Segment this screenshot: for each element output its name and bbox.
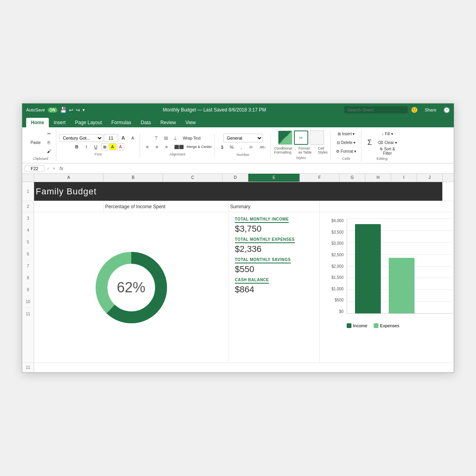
align-left-button[interactable]: ≡ <box>143 143 152 151</box>
row-num-11: 11 <box>26 308 30 320</box>
excel-window: AutoSave ON 💾 ↩ ↪ ▾ Monthly Budget — Las… <box>22 103 454 373</box>
donut-percentage: 62% <box>117 279 145 296</box>
title-cell[interactable]: Family Budget <box>34 182 443 201</box>
number-format-dropdown[interactable]: General <box>223 134 263 142</box>
cell-c2[interactable]: Percentage of Income Spent <box>104 201 228 212</box>
insert-button[interactable]: ⊞ Insert ▾ <box>334 130 359 138</box>
col-header-e[interactable]: E <box>248 174 300 182</box>
cell-b2[interactable] <box>34 201 104 212</box>
border-color-button[interactable]: ⊞ <box>101 143 108 150</box>
increase-decimal-button[interactable]: .0↑ <box>246 143 256 151</box>
tab-review[interactable]: Review <box>155 118 180 127</box>
cell-11-empty[interactable] <box>34 363 454 372</box>
expenses-dot <box>374 323 378 328</box>
total-savings-value: $550 <box>235 264 291 274</box>
column-headers: A B C D E F G H I J <box>22 174 454 182</box>
formula-input[interactable] <box>66 166 451 171</box>
cell-reference-input[interactable] <box>25 165 44 172</box>
sum-button[interactable]: Σ <box>365 133 374 152</box>
col-header-h[interactable]: H <box>365 174 391 182</box>
tab-data[interactable]: Data <box>136 118 155 127</box>
shrink-font-button[interactable]: A <box>129 134 137 142</box>
col-header-f[interactable]: F <box>300 174 340 182</box>
income-bar[interactable] <box>355 224 381 313</box>
align-top-button[interactable]: ⊤ <box>152 134 161 142</box>
ribbon-group-alignment: ⊤ ⊟ ⊥ Wrap Text ≡ ≡ ≡ ⬛⬛ Merge & Center … <box>141 133 215 157</box>
copy-button[interactable]: ⎘ <box>44 138 54 146</box>
tab-view[interactable]: View <box>180 118 200 127</box>
percent-button[interactable]: % <box>227 143 236 151</box>
ribbon-group-clipboard: Paste ✂ ⎘ 🖌 Clipboard <box>25 129 56 161</box>
align-bottom-button[interactable]: ⊥ <box>171 134 180 142</box>
font-size-input[interactable] <box>104 134 118 142</box>
align-row2: ≡ ≡ ≡ ⬛⬛ Merge & Center <box>143 143 212 151</box>
clear-button[interactable]: ⌫ Clear ▾ <box>375 138 399 146</box>
paste-button[interactable]: Paste <box>28 133 44 152</box>
dollar-button[interactable]: $ <box>218 143 226 151</box>
format-painter-button[interactable]: 🖌 <box>44 147 54 155</box>
income-spent-label: Percentage of Income Spent <box>105 204 165 209</box>
cash-balance-summary: CASH BALANCE $864 <box>235 278 269 295</box>
col-header-g[interactable]: G <box>340 174 365 182</box>
y-label-1500: $1,500 <box>331 275 344 280</box>
col-header-j[interactable]: J <box>417 174 443 182</box>
undo-icon[interactable]: ↩ <box>69 107 73 113</box>
wrap-text-button[interactable]: Wrap Text <box>180 134 203 142</box>
history-icon[interactable]: 🕐 <box>443 107 450 113</box>
sort-filter-button[interactable]: ⇅ Sort &Filter <box>375 147 399 155</box>
comma-button[interactable]: , <box>237 143 246 151</box>
spreadsheet-title: Family Budget <box>36 186 97 197</box>
grow-font-button[interactable]: A <box>119 134 128 142</box>
y-label-0: $0 <box>339 309 344 314</box>
share-button[interactable]: Share <box>421 106 440 113</box>
underline-button[interactable]: U <box>92 143 100 151</box>
col-header-b[interactable]: B <box>104 174 163 182</box>
editing-label: Editing <box>376 157 388 161</box>
col-header-a[interactable]: A <box>34 174 104 182</box>
ribbon-group-styles: ≡≡ ConditionalFormatting Formatas Table … <box>272 130 330 161</box>
autofill-button[interactable]: ↓ Fill ▾ <box>375 130 399 138</box>
tab-home[interactable]: Home <box>26 118 49 127</box>
autosave-toggle[interactable]: ON <box>48 107 58 113</box>
col-header-i[interactable]: I <box>391 174 417 182</box>
delete-button[interactable]: ⊟ Delete ▾ <box>334 138 359 146</box>
ribbon-tabs: Home Insert Page Layout Formulas Data Re… <box>22 116 454 127</box>
summary-heading: Summary <box>230 204 250 209</box>
align-middle-button[interactable]: ⊟ <box>161 134 170 142</box>
tab-formulas[interactable]: Formulas <box>107 118 136 127</box>
y-label-1000: $1,000 <box>331 287 344 291</box>
align-right-button[interactable]: ≡ <box>162 143 171 151</box>
tab-insert[interactable]: Insert <box>49 118 70 127</box>
formula-cancel[interactable]: ✕ <box>52 167 56 171</box>
cell-f2[interactable]: Summary <box>228 201 320 212</box>
search-input[interactable] <box>344 106 408 113</box>
row-num-3: 3 <box>27 213 29 225</box>
align-center-button[interactable]: ≡ <box>153 143 161 151</box>
ribbon-group-editing: Σ ↓ Fill ▾ ⌫ Clear ▾ ⇅ Sort &Filter Edit… <box>362 129 402 161</box>
save-icon[interactable]: 💾 <box>60 107 67 113</box>
fill-color-button[interactable]: A <box>109 143 116 150</box>
cell-styles-button[interactable] <box>310 131 324 145</box>
tab-page-layout[interactable]: Page Layout <box>70 118 106 127</box>
y-label-3000: $3,000 <box>331 241 344 246</box>
cut-button[interactable]: ✂ <box>44 130 54 138</box>
font-family-dropdown[interactable]: Century Got... <box>60 134 103 142</box>
redo-icon[interactable]: ↪ <box>76 107 80 113</box>
decrease-decimal-button[interactable]: .00↓ <box>257 143 268 151</box>
format-button[interactable]: ⚙ Format ▾ <box>334 147 359 155</box>
bold-button[interactable]: B <box>73 143 81 151</box>
merge-center-button[interactable]: ⬛⬛ <box>172 143 186 151</box>
format-as-table-button[interactable]: ≡≡ <box>294 131 308 145</box>
italic-button[interactable]: I <box>82 143 91 151</box>
col-header-c[interactable]: C <box>163 174 223 182</box>
formula-check[interactable]: ✓ <box>46 167 51 171</box>
conditional-formatting-button[interactable] <box>278 131 292 145</box>
col-header-d[interactable]: D <box>223 174 248 182</box>
fx-label: fx <box>58 166 65 171</box>
sheet-area: A B C D E F G H I J 1 Family Budget 2 Pe… <box>22 174 454 372</box>
font-color-button[interactable]: A <box>117 143 124 150</box>
income-summary: TOTAL MONTHLY INCOME $3,750 <box>235 217 289 234</box>
total-expenses-value: $2,336 <box>235 244 295 254</box>
bar-chart: $4,000 $3,500 $3,000 $2,500 $2,000 $1,50… <box>326 219 453 322</box>
expenses-bar[interactable] <box>389 258 415 313</box>
